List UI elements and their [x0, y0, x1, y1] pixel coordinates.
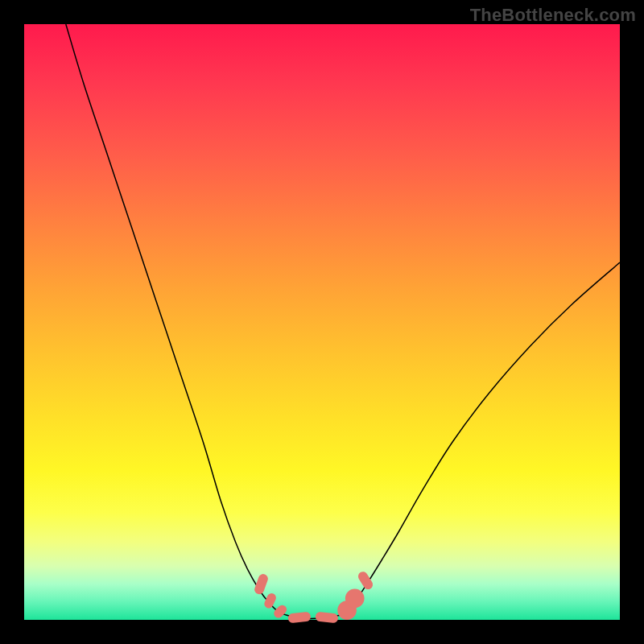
curve-group — [66, 24, 620, 619]
beads-group — [254, 570, 375, 623]
bottleneck-curve — [66, 24, 620, 619]
plot-area — [24, 24, 620, 620]
watermark-text: TheBottleneck.com — [470, 5, 636, 26]
bead — [315, 612, 338, 624]
bead — [287, 612, 311, 624]
bead — [272, 603, 288, 619]
bead — [357, 570, 375, 591]
chart-frame: TheBottleneck.com — [0, 0, 644, 644]
chart-svg — [24, 24, 620, 620]
bead — [345, 589, 365, 609]
bead — [263, 592, 278, 609]
